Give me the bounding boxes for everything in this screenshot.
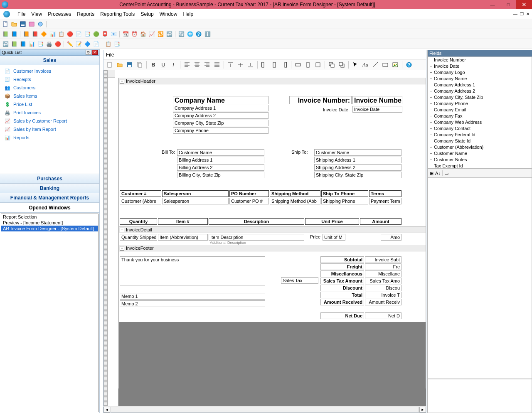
dtb-align-obj-2[interactable]	[270, 60, 279, 69]
dtb-size-1[interactable]	[293, 60, 303, 69]
field-item[interactable]: Customer Name	[428, 150, 532, 157]
field-item[interactable]: Tax Exempt Id	[428, 163, 532, 169]
tb2-5[interactable]: 🔶	[40, 30, 47, 38]
detail-qty[interactable]: Quantity Shipped	[120, 234, 157, 241]
tb2-info-icon[interactable]: ℹ️	[204, 30, 211, 38]
lbl-net-due[interactable]: Net Due	[320, 312, 364, 319]
quick-list-section-sales[interactable]: Sales	[0, 56, 99, 65]
scroll-left-button[interactable]: ◄	[103, 407, 110, 413]
dtb-valign-top-icon[interactable]	[226, 60, 235, 69]
field-ship-csz[interactable]: Shipping City, State Zip	[314, 172, 401, 178]
ql-item-print-invoices[interactable]: 🖨️Print Invoices	[0, 108, 99, 117]
designer-menu-file[interactable]: File	[106, 52, 114, 58]
tb-open-icon[interactable]	[10, 20, 18, 28]
val-freight[interactable]: Fre	[365, 263, 401, 270]
tb3-3[interactable]: 📘	[19, 40, 27, 48]
tb2-19[interactable]: ↩️	[165, 30, 173, 38]
lbl-subtotal[interactable]: Subtotal	[320, 256, 364, 263]
dtb-valign-bottom-icon[interactable]	[246, 60, 255, 69]
dtb-bring-front-icon[interactable]	[327, 60, 336, 69]
dtb-new-icon[interactable]	[105, 60, 114, 69]
field-invoice-number[interactable]: Invoice Numbe	[352, 96, 402, 104]
dtb-open-icon[interactable]	[115, 60, 124, 69]
detail-amount[interactable]: Amo	[381, 234, 401, 241]
footer-sales-tax[interactable]: Sales Tax	[281, 277, 318, 284]
field-item[interactable]: Invoice Date	[428, 63, 532, 69]
field-item[interactable]: Invoice Number	[428, 57, 532, 63]
tb2-4[interactable]: 📕	[31, 30, 39, 38]
menu-file[interactable]: File	[17, 11, 25, 17]
tb3-9[interactable]: 📝	[75, 40, 82, 48]
col-amount[interactable]: Amount	[360, 218, 401, 225]
footer-thanks[interactable]: Thank you for your business	[120, 256, 265, 285]
detail-desc[interactable]: Item Description	[209, 234, 304, 241]
dtb-align-obj-1[interactable]	[260, 60, 269, 69]
mdi-close-button[interactable]: ✕	[526, 12, 530, 16]
tb3-7[interactable]: 🔴	[54, 40, 62, 48]
ql-item-sales-by-customer[interactable]: 📈Sales by Customer Report	[0, 117, 99, 125]
col-item[interactable]: Item #	[158, 218, 208, 225]
tb-save-icon[interactable]	[19, 20, 27, 28]
label-invoice-number[interactable]: Invoice Number:	[289, 96, 352, 104]
tb2-6[interactable]: 📊	[49, 30, 56, 38]
opened-window-item[interactable]: Report Selection	[1, 214, 98, 220]
tb2-1[interactable]: 📗	[2, 30, 9, 38]
field-item[interactable]: Company City, State Zip	[428, 94, 532, 101]
hdr-salesperson[interactable]: Salesperson	[162, 190, 229, 197]
field-company-csz[interactable]: Company City, State Zip	[173, 120, 268, 126]
lbl-salestax[interactable]: Sales Tax Amount	[320, 278, 364, 284]
field-bill-csz[interactable]: Billing City, State Zip	[177, 172, 264, 178]
tb2-15[interactable]: ⏰	[131, 30, 138, 38]
val-misc[interactable]: Miscellane	[365, 270, 401, 277]
collapse-icon[interactable]: −	[120, 79, 124, 84]
field-item[interactable]: Company Federal Id	[428, 132, 532, 138]
menu-help[interactable]: Help	[183, 11, 193, 17]
val-shipping-method[interactable]: Shipping Method (Abb	[270, 198, 320, 204]
properties-grid[interactable]	[428, 178, 532, 379]
tb2-20[interactable]: 🔄	[177, 30, 185, 38]
tb2-13[interactable]: 📧	[110, 30, 117, 38]
tb3-1[interactable]: ↩️	[2, 40, 9, 48]
tb2-3[interactable]: 📙	[22, 30, 30, 38]
dtb-align-center-icon[interactable]	[192, 60, 202, 69]
tb2-21[interactable]: 🌐	[186, 30, 194, 38]
tb2-11[interactable]: 🟢	[92, 30, 100, 38]
hdr-po-number[interactable]: PO Number	[229, 190, 269, 197]
field-item[interactable]: Company Logo	[428, 69, 532, 76]
field-item[interactable]: Company State Id	[428, 138, 532, 144]
footer-memo1[interactable]: Memo 1	[120, 293, 265, 300]
field-item[interactable]: Company Contact	[428, 125, 532, 132]
tb3-2[interactable]: 📗	[10, 40, 18, 48]
section-header-invoiceheader[interactable]: − InvoiceHeader	[118, 78, 426, 84]
tb3-4[interactable]: 📊	[28, 40, 35, 48]
footer-memo2[interactable]: Memo 2	[120, 300, 265, 307]
dtb-copy-icon[interactable]	[135, 60, 144, 69]
field-item[interactable]: Customer (Abbreviation)	[428, 144, 532, 150]
maximize-button[interactable]: □	[500, 0, 516, 9]
detail-price-lbl[interactable]: Price	[305, 234, 322, 240]
val-total[interactable]: Invoice T	[365, 292, 401, 298]
lbl-total[interactable]: Total	[320, 292, 364, 298]
field-item[interactable]: Company Web Address	[428, 119, 532, 125]
section-header-invoicefooter[interactable]: − InvoiceFooter	[118, 245, 426, 251]
tb2-18[interactable]: 🔁	[157, 30, 164, 38]
field-invoice-date[interactable]: Invoice Date	[352, 106, 402, 113]
val-amount-received[interactable]: Amount Receiv	[365, 299, 401, 305]
tb2-8[interactable]: 🔴	[66, 30, 74, 38]
section-header-invoicedetail[interactable]: − InvoiceDetail	[118, 226, 426, 233]
dtb-line-icon[interactable]	[371, 60, 380, 69]
tb3-8[interactable]: ✏️	[66, 40, 74, 48]
lbl-freight[interactable]: Freight	[320, 263, 364, 270]
field-item[interactable]: Company Fax	[428, 113, 532, 119]
quick-list-pin-button[interactable]: ⟳	[86, 50, 91, 55]
val-ship-to-phone[interactable]: Shipping Phone	[321, 198, 368, 204]
quick-list-close-button[interactable]: ✕	[92, 50, 98, 55]
dtb-image-icon[interactable]	[391, 60, 400, 69]
menu-reports[interactable]: Reports	[77, 11, 94, 17]
ql-item-reports[interactable]: 📊Reports	[0, 133, 99, 142]
val-net-due[interactable]: Net D	[365, 312, 401, 319]
dtb-pointer-icon[interactable]	[351, 60, 360, 69]
ql-section-purchases[interactable]: Purchases	[0, 174, 99, 184]
section-body-invoicedetail[interactable]: Quantity Shipped Item (Abbreviation) Ite…	[118, 233, 426, 245]
lbl-discount[interactable]: Discount	[320, 285, 364, 291]
